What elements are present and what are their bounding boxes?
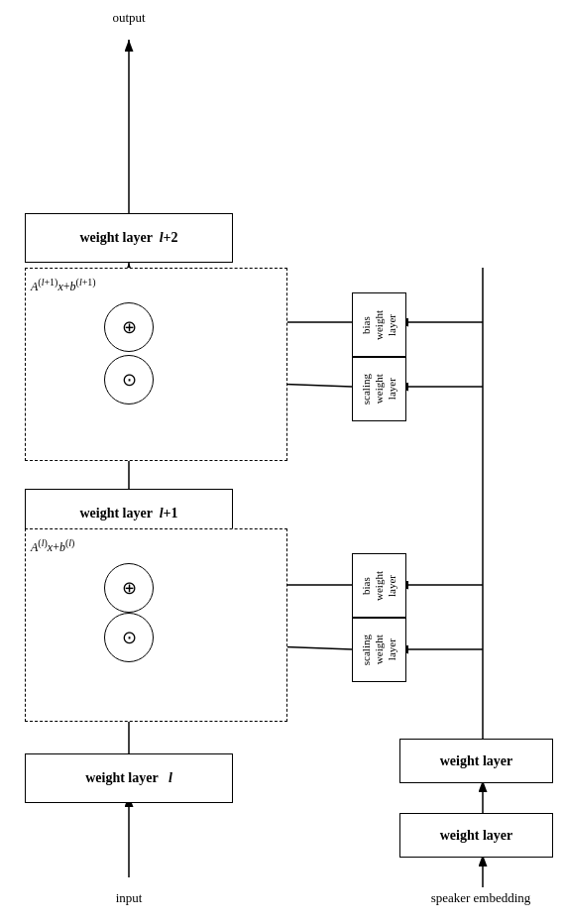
weight-layer-l2-box: weight layer l+2 xyxy=(25,213,233,263)
weight-layer-l-box: weight layer l xyxy=(25,753,233,803)
weight-layer-l-label: weight layer l xyxy=(85,770,172,786)
scaling-label-upper: scalingweightlayer xyxy=(360,374,399,404)
affine-label-upper: A(l+1)x+b(l+1) xyxy=(31,277,96,294)
weight-layer-right2-label: weight layer xyxy=(440,753,512,769)
weight-layer-right2: weight layer xyxy=(399,739,553,783)
weight-layer-l1-label: weight layer l+1 xyxy=(79,506,177,521)
affine-label-lower: A(l)x+b(l) xyxy=(31,537,74,555)
dot-symbol-lower: ⊙ xyxy=(122,627,137,648)
upper-dashed-box: A(l+1)x+b(l+1) xyxy=(25,268,287,461)
weight-layer-right1: weight layer xyxy=(399,813,553,858)
scaling-weight-layer-lower: scalingweightlayer xyxy=(352,618,406,682)
lower-dashed-box: A(l)x+b(l) xyxy=(25,528,287,722)
scaling-weight-layer-upper: scalingweightlayer xyxy=(352,357,406,421)
dot-symbol-upper: ⊙ xyxy=(122,369,137,391)
diagram: output weight layer l+2 A(l+1)x+b(l+1) ⊕… xyxy=(0,0,565,924)
bias-label-lower: biasweightlayer xyxy=(360,571,399,601)
dot-circle-lower: ⊙ xyxy=(104,613,154,662)
scaling-label-lower: scalingweightlayer xyxy=(360,635,399,665)
plus-circle-upper: ⊕ xyxy=(104,302,154,352)
bias-label-upper: biasweightlayer xyxy=(360,310,399,340)
plus-circle-lower: ⊕ xyxy=(104,563,154,613)
dot-circle-upper: ⊙ xyxy=(104,355,154,404)
weight-layer-right1-label: weight layer xyxy=(440,828,512,844)
plus-symbol-lower: ⊕ xyxy=(122,577,137,599)
input-label: input xyxy=(99,890,159,906)
bias-weight-layer-upper: biasweightlayer xyxy=(352,292,406,357)
plus-symbol-upper: ⊕ xyxy=(122,316,137,338)
speaker-embedding-label: speaker embedding xyxy=(396,890,565,906)
bias-weight-layer-lower: biasweightlayer xyxy=(352,553,406,618)
output-label: output xyxy=(99,10,159,26)
weight-layer-l2-label: weight layer l+2 xyxy=(79,230,177,246)
